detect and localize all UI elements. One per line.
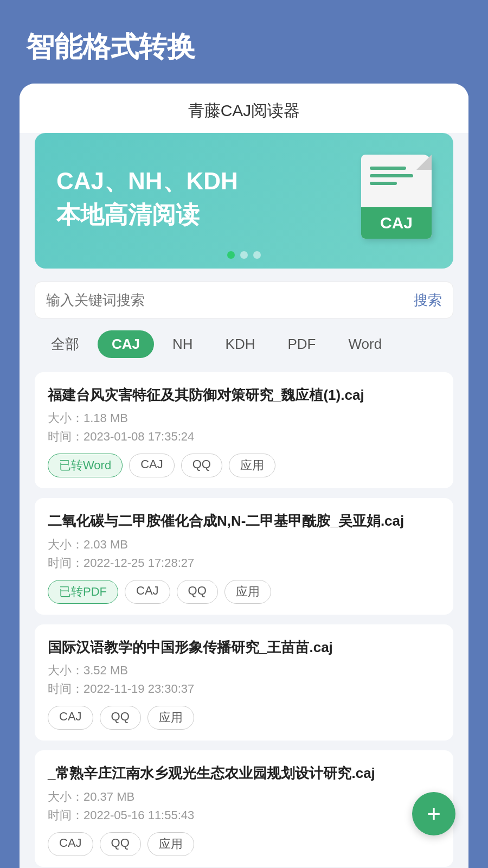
banner-file-icon: CAJ bbox=[361, 155, 437, 241]
file-time: 时间：2022-12-25 17:28:27 bbox=[48, 555, 440, 571]
banner-line1: CAJ、NH、KDH bbox=[56, 164, 350, 198]
tag-app[interactable]: 应用 bbox=[229, 454, 275, 477]
page-title: 智能格式转换 bbox=[0, 0, 488, 84]
file-size: 大小：1.18 MB bbox=[48, 410, 440, 426]
list-item[interactable]: 国际汉语教学的中国形象传播研究_王苗苗.caj 大小：3.52 MB 时间：20… bbox=[35, 624, 453, 741]
tag-qq[interactable]: QQ bbox=[100, 706, 141, 730]
tag-converted-pdf[interactable]: 已转PDF bbox=[48, 580, 118, 604]
search-bar: 搜索 bbox=[35, 282, 453, 318]
file-name: _常熟辛庄江南水乡观光生态农业园规划设计研究.caj bbox=[48, 763, 440, 783]
app-name: 青藤CAJ阅读器 bbox=[20, 84, 468, 133]
banner-text: CAJ、NH、KDH 本地高清阅读 bbox=[56, 164, 350, 231]
tab-pdf[interactable]: PDF bbox=[273, 330, 330, 358]
tab-kdh[interactable]: KDH bbox=[211, 330, 269, 358]
tag-app[interactable]: 应用 bbox=[224, 580, 271, 604]
file-size: 大小：20.37 MB bbox=[48, 789, 440, 805]
tag-caj[interactable]: CAJ bbox=[125, 580, 170, 604]
file-time: 时间：2022-11-19 23:30:37 bbox=[48, 681, 440, 697]
banner: CAJ、NH、KDH 本地高清阅读 CAJ bbox=[35, 133, 453, 269]
tag-caj[interactable]: CAJ bbox=[48, 832, 93, 856]
search-button[interactable]: 搜索 bbox=[414, 291, 442, 310]
tab-all[interactable]: 全部 bbox=[37, 329, 93, 359]
dot-1 bbox=[227, 251, 235, 259]
caj-label: CAJ bbox=[361, 207, 432, 239]
tag-qq[interactable]: QQ bbox=[177, 580, 218, 604]
tag-qq[interactable]: QQ bbox=[100, 832, 141, 856]
dot-2 bbox=[240, 251, 248, 259]
list-item[interactable]: 二氧化碳与二甲胺催化合成N,N-二甲基甲酰胺_吴亚娟.caj 大小：2.03 M… bbox=[35, 498, 453, 614]
file-tags: CAJ QQ 应用 bbox=[48, 832, 440, 856]
filter-tabs: 全部 CAJ NH KDH PDF Word bbox=[35, 329, 453, 359]
file-tags: 已转Word CAJ QQ 应用 bbox=[48, 454, 440, 477]
file-list: 福建台风灾害特征及其防御对策研究_魏应植(1).caj 大小：1.18 MB 时… bbox=[35, 372, 453, 868]
tag-converted-word[interactable]: 已转Word bbox=[48, 454, 123, 477]
banner-dots bbox=[227, 251, 261, 259]
list-item[interactable]: _常熟辛庄江南水乡观光生态农业园规划设计研究.caj 大小：20.37 MB 时… bbox=[35, 750, 453, 866]
tag-caj[interactable]: CAJ bbox=[48, 706, 93, 730]
file-time: 时间：2022-05-16 11:55:43 bbox=[48, 807, 440, 824]
file-name: 福建台风灾害特征及其防御对策研究_魏应植(1).caj bbox=[48, 385, 440, 405]
banner-line2: 本地高清阅读 bbox=[56, 198, 350, 232]
app-card: 青藤CAJ阅读器 CAJ、NH、KDH 本地高清阅读 CAJ bbox=[20, 84, 468, 868]
tag-app[interactable]: 应用 bbox=[147, 832, 194, 856]
tab-word[interactable]: Word bbox=[334, 330, 396, 358]
tab-caj[interactable]: CAJ bbox=[98, 330, 154, 358]
file-time: 时间：2023-01-08 17:35:24 bbox=[48, 429, 440, 445]
file-name: 国际汉语教学的中国形象传播研究_王苗苗.caj bbox=[48, 637, 440, 657]
tag-qq[interactable]: QQ bbox=[181, 454, 222, 477]
file-name: 二氧化碳与二甲胺催化合成N,N-二甲基甲酰胺_吴亚娟.caj bbox=[48, 511, 440, 531]
file-size: 大小：2.03 MB bbox=[48, 537, 440, 553]
tag-caj[interactable]: CAJ bbox=[129, 454, 175, 477]
list-item[interactable]: 福建台风灾害特征及其防御对策研究_魏应植(1).caj 大小：1.18 MB 时… bbox=[35, 372, 453, 488]
file-tags: 已转PDF CAJ QQ 应用 bbox=[48, 580, 440, 604]
file-tags: CAJ QQ 应用 bbox=[48, 706, 440, 730]
dot-3 bbox=[253, 251, 261, 259]
tag-app[interactable]: 应用 bbox=[147, 706, 194, 730]
add-button[interactable]: + bbox=[412, 792, 455, 835]
file-size: 大小：3.52 MB bbox=[48, 662, 440, 679]
tab-nh[interactable]: NH bbox=[158, 330, 207, 358]
search-input[interactable] bbox=[46, 292, 414, 309]
